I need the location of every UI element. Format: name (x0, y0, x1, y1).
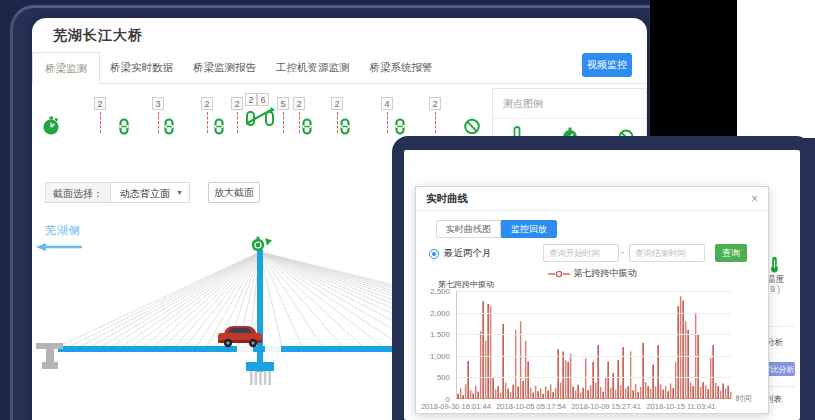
car (218, 326, 262, 347)
tower-gauge-icon (252, 237, 272, 252)
radio-dot-icon[interactable] (429, 249, 439, 259)
sensor-marker: 5 (277, 93, 289, 133)
gridline (457, 291, 732, 292)
sensor-count-badge: 2 (293, 97, 305, 110)
tab-bar: 桥梁监测桥梁实时数据桥梁监测报告工控机资源监测桥梁系统报警 视频监控 (32, 52, 647, 84)
sensor-count-badge: 2 (429, 97, 441, 110)
incline-icon[interactable]: 26 (245, 93, 275, 130)
bridge-pier (36, 343, 63, 369)
deck-joint (265, 346, 281, 352)
dashed-drop-line (435, 112, 436, 133)
x-tick: 2018-09-30 16:01:44 (416, 402, 496, 411)
radio-label: 最近两个月 (444, 247, 492, 260)
sensor-count-badge: 2 (201, 97, 213, 110)
dialog-title: 实时曲线 (426, 192, 468, 206)
background-window (737, 0, 815, 138)
query-start-time-input[interactable] (543, 244, 619, 262)
sensor-count-badge: 2 (331, 97, 343, 110)
y-tick: 500 (420, 373, 450, 382)
sensor-marker: 2 (231, 93, 243, 133)
desktop-background: 芜湖长江大桥 桥梁监测桥梁实时数据桥梁监测报告工控机资源监测桥梁系统报警 视频监… (0, 0, 815, 420)
chart-bars (457, 291, 732, 399)
recent-two-months-radio[interactable]: 最近两个月 (429, 247, 492, 260)
dashed-drop-line (100, 112, 101, 133)
link-icon[interactable] (164, 118, 175, 139)
bridge-tower (257, 250, 263, 372)
sensor-marker: 2 (429, 93, 441, 133)
x-tick: 2018-10-15 11:03:41 (641, 402, 721, 411)
gridline (457, 377, 732, 378)
x-tick: 2018-10-09 15:27:41 (566, 402, 646, 411)
tab-1[interactable]: 桥梁实时数据 (100, 52, 183, 83)
tower-foundation (246, 362, 274, 371)
query-end-time-input[interactable] (629, 244, 705, 262)
section-select-label: 截面选择： (46, 183, 111, 202)
realtime-curve-dialog: 实时曲线 × 实时曲线图 监控回放 最近两个月 - 查询 (415, 186, 769, 414)
dialog-header: 实时曲线 × (416, 187, 768, 211)
dashed-drop-line (207, 112, 208, 133)
dashed-drop-line (299, 112, 300, 133)
sensor-count-badge: 2 (94, 97, 106, 110)
y-tick: 1,000 (420, 352, 450, 361)
close-icon[interactable]: × (751, 193, 758, 205)
playback-window: 温度 ( 9 ) 对比分析 对比分析 测点列表 实时曲线 × 实时曲线图 监控回… (404, 150, 800, 420)
playback-window-frame: 温度 ( 9 ) 对比分析 对比分析 测点列表 实时曲线 × 实时曲线图 监控回… (392, 136, 812, 420)
chevron-down-icon: ▼ (174, 183, 189, 202)
sensor-count-badge: 2 (231, 97, 243, 110)
dialog-tab-group: 实时曲线图 监控回放 (436, 220, 557, 238)
tab-2[interactable]: 桥梁监测报告 (183, 52, 266, 83)
black-backdrop-panel (650, 0, 737, 138)
gauge-icon[interactable] (42, 116, 61, 140)
dashed-drop-line (158, 112, 159, 133)
query-controls: 最近两个月 - 查询 (416, 244, 768, 262)
foundation-piles (250, 371, 271, 385)
dashed-drop-line (237, 112, 238, 133)
x-tick: 2018-10-05 05:17:54 (491, 402, 571, 411)
tab-realtime-curve[interactable]: 实时曲线图 (436, 220, 501, 238)
chart-x-axis-title: 时间 (736, 393, 752, 404)
tab-3[interactable]: 工控机资源监测 (266, 52, 360, 83)
dashed-drop-line (387, 112, 388, 133)
dashed-drop-line (337, 112, 338, 133)
incline-icon[interactable] (245, 106, 275, 130)
page-title: 芜湖长江大桥 (53, 27, 143, 45)
link-icon[interactable] (340, 118, 351, 139)
vibration-chart-plot (456, 291, 731, 399)
enlarge-section-button[interactable]: 放大截面 (208, 182, 260, 203)
query-button[interactable]: 查询 (715, 244, 747, 262)
y-tick: 2,500 (420, 287, 450, 296)
section-select[interactable]: 截面选择： 动态背立面 ▼ (45, 182, 190, 203)
y-tick: 1,500 (420, 330, 450, 339)
sensor-marker: 2 (94, 93, 106, 133)
sensor-count-badge: 3 (152, 97, 164, 110)
sensor-marker: 2 (201, 93, 213, 133)
tab-list: 桥梁监测桥梁实时数据桥梁监测报告工控机资源监测桥梁系统报警 (32, 52, 443, 83)
gridline (457, 334, 732, 335)
tab-0[interactable]: 桥梁监测 (32, 52, 100, 84)
dashed-drop-line (283, 112, 284, 133)
sensor-marker: 3 (152, 93, 164, 133)
deck-joint (237, 346, 253, 352)
sensor-count-badge: 6 (257, 93, 269, 106)
sensor-count-badge: 5 (277, 97, 289, 110)
sensor-count-badge: 2 (245, 93, 257, 106)
sensor-marker: 4 (381, 93, 393, 133)
tab-4[interactable]: 桥梁系统报警 (360, 52, 443, 83)
link-icon[interactable] (302, 118, 313, 139)
link-icon[interactable] (214, 118, 225, 139)
sensor-count-badge: 4 (381, 97, 393, 110)
section-select-value[interactable]: 动态背立面 (111, 183, 174, 202)
video-monitor-button[interactable]: 视频监控 (582, 53, 632, 77)
legend-marker-icon (548, 270, 570, 278)
thermometer-icon (769, 256, 780, 275)
section-controls: 截面选择： 动态背立面 ▼ 放大截面 (45, 182, 260, 203)
tab-monitor-playback[interactable]: 监控回放 (501, 220, 557, 238)
link-icon[interactable] (119, 118, 130, 139)
gridline (457, 356, 732, 357)
range-separator: - (621, 247, 624, 257)
y-tick: 2,000 (420, 309, 450, 318)
legend-panel-title: 测点图例 (493, 89, 646, 119)
gridline (457, 313, 732, 314)
legend-series-label: 第七跨跨中振动 (574, 267, 637, 280)
